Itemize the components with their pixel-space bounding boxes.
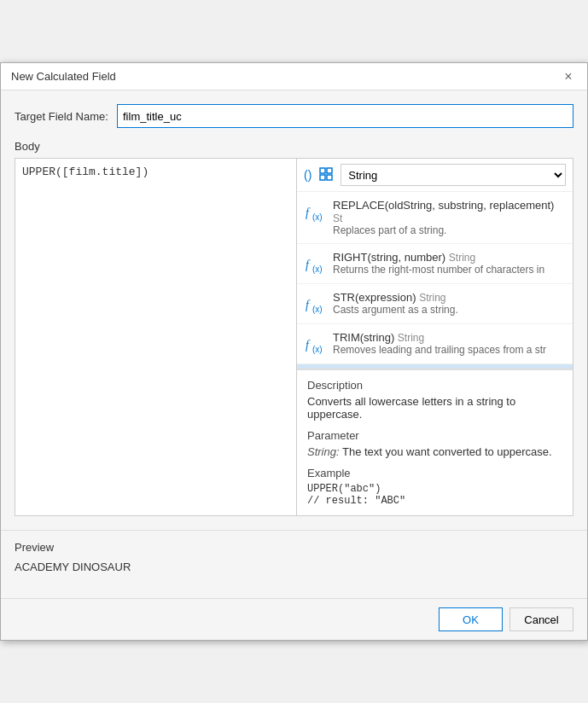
- function-desc-replace: Replaces part of a string.: [333, 224, 566, 236]
- svg-text:(x): (x): [312, 264, 323, 274]
- parameter-title: Parameter: [307, 429, 562, 442]
- body-label: Body: [15, 140, 573, 153]
- function-icon-replace: f (x): [304, 200, 328, 224]
- svg-rect-1: [327, 168, 332, 173]
- preview-label: Preview: [15, 541, 573, 554]
- target-field-row: Target Field Name:: [15, 104, 573, 128]
- dialog-body: Target Field Name: Body UPPER([film.titl…: [1, 90, 587, 530]
- param-desc: The text you want converted to uppercase…: [342, 445, 552, 458]
- svg-text:(x): (x): [312, 212, 323, 222]
- right-panel: () String All Number Date: [297, 159, 573, 515]
- function-item-trim[interactable]: f (x) TRIM(string) String Removes leadin…: [297, 324, 573, 364]
- function-name-str: STR(expression) String: [333, 291, 566, 304]
- function-desc-right: Returns the right-most number of charact…: [333, 264, 566, 276]
- description-title: Description: [307, 379, 562, 392]
- dialog-footer: OK Cancel: [1, 598, 587, 640]
- function-name-replace: REPLACE(oldString, substring, replacemen…: [333, 199, 566, 224]
- grid-icon[interactable]: [318, 166, 334, 184]
- title-bar: New Calculated Field ×: [1, 63, 587, 90]
- dialog-window: New Calculated Field × Target Field Name…: [0, 62, 588, 641]
- parameter-text: String: The text you want converted to u…: [307, 445, 562, 458]
- function-list: f (x) REPLACE(oldString, substring, repl…: [297, 192, 573, 369]
- formula-editor[interactable]: UPPER([film.title]): [15, 159, 297, 515]
- function-desc-str: Casts argument as a string.: [333, 304, 566, 316]
- example-title: Example: [307, 467, 562, 479]
- function-name-right: RIGHT(string, number) String: [333, 251, 566, 264]
- svg-text:f: f: [306, 299, 311, 311]
- dialog-title: New Calculated Field: [11, 70, 116, 83]
- cancel-button[interactable]: Cancel: [509, 607, 573, 631]
- function-desc-trim: Removes leading and trailing spaces from…: [333, 344, 566, 356]
- svg-text:f: f: [306, 206, 311, 219]
- function-icon-trim: f (x): [304, 333, 328, 357]
- function-item-replace[interactable]: f (x) REPLACE(oldString, substring, repl…: [297, 192, 573, 244]
- main-content-area: UPPER([film.title]) () Str: [15, 158, 573, 516]
- example-code: UPPER("abc")// result: "ABC": [307, 483, 562, 507]
- close-button[interactable]: ×: [560, 68, 577, 85]
- function-icon-right: f (x): [304, 253, 328, 276]
- svg-rect-2: [320, 175, 325, 180]
- svg-text:(x): (x): [312, 345, 323, 354]
- svg-text:(x): (x): [312, 305, 323, 314]
- description-text: Converts all lowercase letters in a stri…: [307, 395, 562, 421]
- function-icon-str: f (x): [304, 293, 328, 317]
- target-field-label: Target Field Name:: [15, 110, 117, 123]
- svg-rect-0: [320, 168, 325, 173]
- category-select[interactable]: String All Number Date Logical: [341, 164, 566, 186]
- param-type: String:: [307, 445, 340, 458]
- description-panel: Description Converts all lowercase lette…: [297, 369, 573, 515]
- preview-value: ACADEMY DINOSAUR: [15, 559, 573, 575]
- parentheses-icon[interactable]: (): [304, 168, 311, 182]
- target-field-input[interactable]: [117, 104, 573, 128]
- preview-section: Preview ACADEMY DINOSAUR: [1, 530, 587, 598]
- svg-rect-3: [327, 175, 332, 180]
- function-name-trim: TRIM(string) String: [333, 331, 566, 344]
- svg-text:f: f: [306, 259, 311, 271]
- function-item-str[interactable]: f (x) STR(expression) String Casts argum…: [297, 284, 573, 324]
- svg-text:f: f: [306, 339, 311, 352]
- function-item-right[interactable]: f (x) RIGHT(string, number) String Retur…: [297, 244, 573, 284]
- ok-button[interactable]: OK: [439, 607, 503, 631]
- right-panel-toolbar: () String All Number Date: [297, 159, 573, 192]
